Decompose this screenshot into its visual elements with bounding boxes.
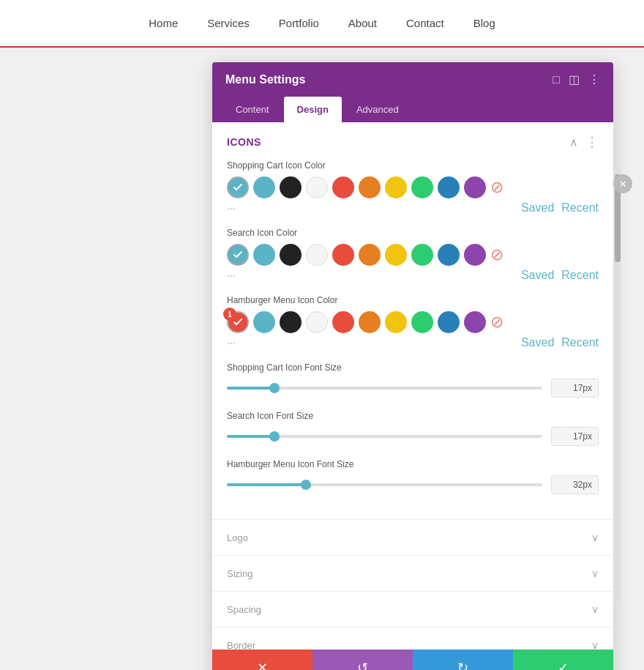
color-swatch-2-0[interactable] [253,311,275,333]
tab-advanced[interactable]: Advanced [343,97,412,122]
color-setting-label-1: Search Icon Color [227,228,599,238]
color-swatch-1-3[interactable] [332,244,354,266]
color-swatch-0-8[interactable] [464,176,486,198]
slider-settings-container: Shopping Cart Icon Font Size17pxSearch I… [227,362,599,494]
collapsed-section-sizing[interactable]: Sizing∨ [212,556,613,592]
color-swatch-1-4[interactable] [359,244,381,266]
collapsed-section-logo[interactable]: Logo∨ [212,520,613,556]
slider-fill-1 [227,435,274,438]
panel-close-button[interactable]: ✕ [613,174,632,193]
color-swatch-2-7[interactable] [438,311,460,333]
color-swatch-0-0[interactable] [253,176,275,198]
reset-icon: ↺ [357,660,368,670]
saved-link-1[interactable]: Saved [521,269,554,282]
chevron-down-icon-2: ∨ [591,603,599,615]
collapsed-section-spacing[interactable]: Spacing∨ [212,592,613,628]
saved-link-2[interactable]: Saved [521,336,554,349]
color-swatch-1-0[interactable] [253,244,275,266]
color-swatch-1-6[interactable] [411,244,433,266]
saved-link-0[interactable]: Saved [521,201,554,215]
section-collapse-icon[interactable]: ∧ [569,135,578,149]
cancel-icon: ✕ [257,660,268,670]
color-swatch-1-1[interactable] [280,244,302,266]
color-swatch-0-4[interactable] [359,176,381,198]
redo-icon: ↻ [457,660,468,670]
collapsed-section-border[interactable]: Border∨ [212,628,613,649]
color-swatch-2-3[interactable] [332,311,354,333]
no-color-icon-0[interactable]: ⊘ [490,179,503,196]
color-swatch-0-2[interactable] [306,176,328,198]
save-button[interactable]: ✓ [513,649,613,670]
slider-value-1[interactable]: 17px [551,427,599,446]
collapsed-sections-container: Logo∨Sizing∨Spacing∨Border∨ [212,520,613,649]
save-icon: ✓ [558,660,569,670]
recent-link-2[interactable]: Recent [561,336,599,349]
more-colors-1[interactable]: ··· [227,269,236,281]
swatch-badge-2: 1 [223,308,236,321]
nav-item-portfolio[interactable]: Portfolio [279,17,319,29]
slider-label-2: Hamburger Menu Icon Font Size [227,459,599,469]
active-color-swatch-1[interactable] [227,244,249,266]
color-swatch-2-4[interactable] [359,311,381,333]
slider-row-0: 17px [227,379,599,398]
color-links-2: SavedRecent [521,336,599,349]
slider-track-1[interactable] [227,435,542,438]
color-swatch-2-5[interactable] [385,311,407,333]
color-row2-1: ···SavedRecent [227,269,599,282]
tab-design[interactable]: Design [284,97,342,122]
color-swatch-2-2[interactable] [306,311,328,333]
slider-thumb-2[interactable] [301,480,311,490]
color-swatch-2-6[interactable] [411,311,433,333]
page-background: Menu Settings □ ◫ ⋮ ContentDesignAdvance… [0,48,644,670]
nav-item-services[interactable]: Services [207,17,250,29]
color-swatch-1-7[interactable] [438,244,460,266]
nav-item-about[interactable]: About [348,17,377,29]
color-swatch-row-2: 1⊘ [227,311,599,333]
color-swatch-1-8[interactable] [464,244,486,266]
tab-content[interactable]: Content [222,97,282,122]
color-swatch-0-1[interactable] [280,176,302,198]
color-swatch-row-1: ⊘ [227,244,599,266]
menu-settings-panel: Menu Settings □ ◫ ⋮ ContentDesignAdvance… [212,62,613,670]
section-more-icon[interactable]: ⋮ [585,134,599,150]
slider-value-2[interactable]: 32px [551,475,599,494]
collapsed-section-title-1: Sizing [227,568,252,579]
slider-track-0[interactable] [227,387,542,390]
slider-value-0[interactable]: 17px [551,379,599,398]
swatch-wrap-active-1 [227,244,249,266]
color-swatch-2-8[interactable] [464,311,486,333]
more-icon[interactable]: ⋮ [588,72,600,86]
collapsed-section-title-3: Border [227,640,255,650]
recent-link-0[interactable]: Recent [561,201,599,215]
color-swatch-0-5[interactable] [385,176,407,198]
color-swatch-0-6[interactable] [411,176,433,198]
columns-icon[interactable]: ◫ [569,72,580,86]
no-color-icon-1[interactable]: ⊘ [490,247,503,263]
cancel-button[interactable]: ✕ [212,649,312,670]
color-swatch-1-5[interactable] [385,244,407,266]
color-swatch-0-7[interactable] [438,176,460,198]
nav-item-blog[interactable]: Blog [473,17,495,29]
no-color-icon-2[interactable]: ⊘ [490,314,503,330]
more-colors-2[interactable]: ··· [227,337,236,349]
recent-link-1[interactable]: Recent [561,269,599,282]
collapsed-section-title-2: Spacing [227,604,261,615]
more-colors-0[interactable]: ··· [227,202,236,214]
nav-item-contact[interactable]: Contact [406,17,444,29]
slider-thumb-0[interactable] [269,383,280,393]
slider-track-2[interactable] [227,483,542,486]
slider-thumb-1[interactable] [269,431,280,442]
slider-row-2: 32px [227,475,599,494]
color-setting-0: Shopping Cart Icon Color⊘···SavedRecent [227,160,599,215]
slider-fill-2 [227,483,306,486]
nav-item-home[interactable]: Home [149,17,178,29]
active-color-swatch-0[interactable] [227,176,249,198]
action-bar: ✕ ↺ ↻ ✓ [212,649,613,670]
fullscreen-icon[interactable]: □ [553,73,560,86]
reset-button[interactable]: ↺ [312,649,413,670]
color-swatch-1-2[interactable] [306,244,328,266]
redo-button[interactable]: ↻ [413,649,513,670]
color-swatch-2-1[interactable] [280,311,302,333]
color-swatch-0-3[interactable] [332,176,354,198]
swatch-wrap-active-0 [227,176,249,198]
